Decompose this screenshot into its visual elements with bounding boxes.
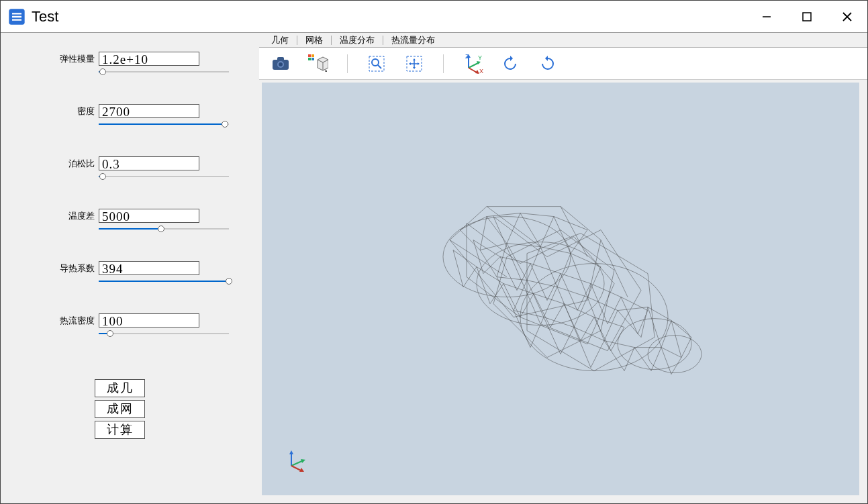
param-label: 热流密度 <box>54 315 95 327</box>
param-poisson-ratio: 泊松比 0.3 <box>54 156 219 181</box>
generate-mesh-button[interactable]: 成网 <box>95 400 145 418</box>
svg-rect-10 <box>311 54 314 57</box>
svg-rect-6 <box>277 57 284 61</box>
param-label: 泊松比 <box>54 158 95 170</box>
density-input[interactable]: 2700 <box>99 104 199 118</box>
rotate-ccw-icon[interactable] <box>536 52 559 75</box>
sidebar: 弹性模量 1.2e+10 密度 2700 泊松比 0.3 <box>1 33 259 503</box>
mesh-wireframe <box>386 142 735 424</box>
thermal-conductivity-input[interactable]: 394 <box>99 261 199 275</box>
tab-mesh[interactable]: 网格 <box>297 33 331 48</box>
calculate-button[interactable]: 计算 <box>95 421 145 439</box>
cube-colors-icon[interactable] <box>307 52 330 75</box>
density-slider[interactable] <box>99 120 229 128</box>
minimize-button[interactable] <box>746 1 787 33</box>
close-button[interactable] <box>827 1 867 33</box>
app-icon <box>7 7 26 26</box>
heat-flux-density-input[interactable]: 100 <box>99 313 199 327</box>
svg-line-15 <box>378 65 381 68</box>
tab-heatflux[interactable]: 热流量分布 <box>383 33 443 48</box>
main-area: 几何 网格 温度分布 热流量分布 ZYX <box>259 33 867 503</box>
elastic-modulus-slider[interactable] <box>99 68 229 76</box>
maximize-button[interactable] <box>787 1 827 33</box>
param-thermal-conductivity: 导热系数 394 <box>54 261 219 285</box>
poisson-ratio-slider[interactable] <box>99 172 229 181</box>
generate-geometry-button[interactable]: 成几 <box>95 379 145 397</box>
svg-point-26 <box>618 318 691 369</box>
param-label: 密度 <box>54 105 95 117</box>
axes-triad-icon <box>283 447 310 474</box>
svg-text:Y: Y <box>478 54 482 61</box>
axes-icon[interactable]: ZYX <box>461 52 484 75</box>
param-label: 弹性模量 <box>54 53 95 65</box>
param-temperature-diff: 温度差 5000 <box>54 209 219 233</box>
svg-rect-13 <box>369 56 384 71</box>
viewport-toolbar: ZYX <box>259 48 867 80</box>
svg-text:X: X <box>479 68 483 74</box>
svg-rect-12 <box>311 58 314 60</box>
param-label: 温度差 <box>54 210 95 222</box>
svg-point-24 <box>477 242 604 325</box>
temperature-diff-input[interactable]: 5000 <box>99 209 199 223</box>
tab-bar: 几何 网格 温度分布 热流量分布 <box>259 33 867 48</box>
svg-point-14 <box>372 59 379 66</box>
svg-rect-2 <box>803 13 811 21</box>
svg-rect-9 <box>308 54 311 57</box>
camera-icon[interactable] <box>269 52 292 75</box>
svg-text:Z: Z <box>465 53 469 60</box>
viewport[interactable] <box>262 83 859 495</box>
temperature-diff-slider[interactable] <box>99 225 229 233</box>
elastic-modulus-input[interactable]: 1.2e+10 <box>99 52 199 66</box>
tab-temperature[interactable]: 温度分布 <box>332 33 383 48</box>
poisson-ratio-input[interactable]: 0.3 <box>99 156 199 170</box>
window-title: Test <box>32 8 58 26</box>
thermal-conductivity-slider[interactable] <box>99 277 229 285</box>
rotate-cw-icon[interactable] <box>499 52 522 75</box>
param-density: 密度 2700 <box>54 104 219 128</box>
param-elastic-modulus: 弹性模量 1.2e+10 <box>54 52 219 76</box>
pan-icon[interactable] <box>403 52 426 75</box>
svg-rect-11 <box>308 58 311 60</box>
svg-point-8 <box>279 62 283 66</box>
zoom-box-icon[interactable] <box>365 52 388 75</box>
param-label: 导热系数 <box>54 262 95 274</box>
heat-flux-density-slider[interactable] <box>99 330 229 338</box>
tab-geometry[interactable]: 几何 <box>263 33 297 48</box>
param-heat-flux-density: 热流密度 100 <box>54 313 219 338</box>
titlebar: Test <box>1 1 867 33</box>
